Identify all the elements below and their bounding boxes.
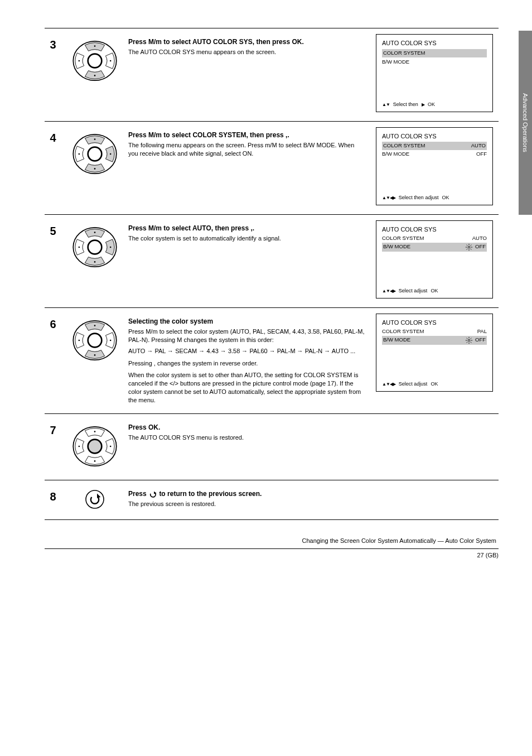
osd-screen: AUTO COLOR SYS COLOR SYSTEMAUTO B/W MODE…	[376, 220, 493, 298]
svg-point-46	[79, 445, 80, 447]
svg-point-44	[94, 431, 96, 432]
step-body: The following menu appears on the screen…	[128, 141, 366, 158]
svg-point-10	[79, 153, 80, 155]
sun-icon	[465, 243, 473, 251]
sequence: AUTO → PAL → SECAM → 4.43 → 3.58 → PAL60…	[128, 346, 366, 357]
step-body: The color system is set to automatically…	[128, 234, 366, 243]
step-number: 8	[45, 486, 61, 504]
step-8: 8 Press to return to the previous screen…	[45, 480, 499, 520]
svg-line-24	[471, 248, 472, 249]
svg-marker-50	[154, 491, 157, 494]
step-note: When the color system is set to other th…	[128, 371, 366, 404]
step-title: Press to return to the previous screen.	[128, 489, 366, 498]
right-arrow-icon: ▶	[422, 102, 424, 108]
step-number: 3	[45, 34, 61, 52]
svg-point-14	[94, 232, 96, 233]
page-number: 27 (GB)	[45, 548, 499, 560]
footer-title: Changing the Screen Color System Automat…	[45, 537, 499, 545]
dpad-icon	[67, 34, 123, 85]
svg-line-26	[471, 244, 472, 245]
step-7: 7 Press OK. The AUTO COLOR SYS menu is r…	[45, 413, 499, 480]
nav-arrows-icon: ▲▼	[382, 102, 390, 108]
svg-point-9	[94, 168, 96, 170]
step-body: The AUTO COLOR SYS menu appears on the s…	[128, 48, 366, 56]
step-number: 6	[45, 314, 61, 332]
svg-point-7	[88, 147, 102, 161]
svg-point-16	[79, 247, 80, 248]
svg-point-2	[94, 45, 96, 47]
svg-point-11	[110, 153, 112, 155]
step-6: 6 Selecting the color system Press M/m t…	[45, 307, 499, 413]
dpad-icon	[67, 220, 123, 272]
svg-line-39	[471, 341, 472, 343]
svg-point-31	[79, 340, 80, 341]
svg-point-29	[94, 325, 96, 326]
osd-screen: AUTO COLOR SYS COLOR SYSTEMAUTO B/W MODE…	[376, 127, 493, 205]
svg-point-4	[79, 60, 80, 62]
nav-arrows-icon: ▲▼◀▶	[382, 195, 395, 201]
return-inline-icon	[148, 491, 157, 498]
svg-line-23	[467, 244, 468, 245]
svg-point-8	[94, 138, 96, 140]
svg-line-25	[467, 248, 468, 249]
svg-point-13	[88, 240, 102, 254]
step-3: 3 Press M/m to select AUTO COLOR SYS, th…	[45, 28, 499, 121]
svg-point-43	[88, 439, 102, 453]
svg-marker-49	[97, 493, 100, 498]
dpad-icon	[67, 127, 123, 179]
nav-arrows-icon: ▲▼◀▶	[382, 288, 395, 294]
side-tab: Advanced Operations	[519, 31, 532, 215]
svg-point-33	[468, 339, 470, 341]
osd-screen: AUTO COLOR SYS COLOR SYSTEM B/W MODE ▲▼ …	[376, 34, 493, 112]
svg-point-1	[88, 54, 102, 68]
svg-point-48	[86, 490, 104, 508]
step-body: The AUTO COLOR SYS menu is restored.	[128, 434, 366, 442]
svg-point-18	[468, 246, 470, 248]
step-body: Press M/m to select the color system (AU…	[128, 328, 366, 344]
step-title: Press M/m to select COLOR SYSTEM, then p…	[128, 131, 366, 139]
svg-point-45	[94, 460, 96, 462]
svg-point-32	[110, 340, 112, 341]
step-title: Selecting the color system	[128, 317, 366, 326]
step-4: 4 Press M/m to select COLOR SYSTEM, then…	[45, 121, 499, 214]
svg-line-41	[471, 338, 472, 339]
step-title: Press M/m to select AUTO, then press ,.	[128, 224, 366, 233]
return-icon	[67, 486, 123, 511]
step-title: Press OK.	[128, 423, 366, 432]
svg-point-15	[94, 261, 96, 263]
step-5: 5 Press M/m to select AUTO, then press ,…	[45, 214, 499, 307]
step-number: 7	[45, 420, 61, 438]
svg-line-38	[467, 338, 468, 339]
sun-icon	[465, 336, 473, 344]
svg-point-47	[110, 445, 112, 447]
step-body: The previous screen is restored.	[128, 500, 366, 508]
svg-point-17	[110, 247, 112, 248]
dpad-icon	[67, 420, 123, 471]
step-title: Press M/m to select AUTO COLOR SYS, then…	[128, 37, 366, 46]
osd-screen: AUTO COLOR SYS COLOR SYSTEMPAL B/W MODE …	[376, 314, 493, 392]
nav-arrows-icon: ▲▼◀▶	[382, 382, 395, 387]
svg-point-28	[88, 334, 102, 348]
svg-point-30	[94, 354, 96, 356]
svg-line-40	[467, 341, 468, 343]
svg-point-5	[110, 60, 112, 62]
dpad-icon	[67, 314, 123, 365]
step-number: 4	[45, 127, 61, 146]
step-number: 5	[45, 220, 61, 239]
svg-point-3	[94, 75, 96, 76]
step-body-2: Pressing , changes the system in reverse…	[128, 359, 366, 368]
